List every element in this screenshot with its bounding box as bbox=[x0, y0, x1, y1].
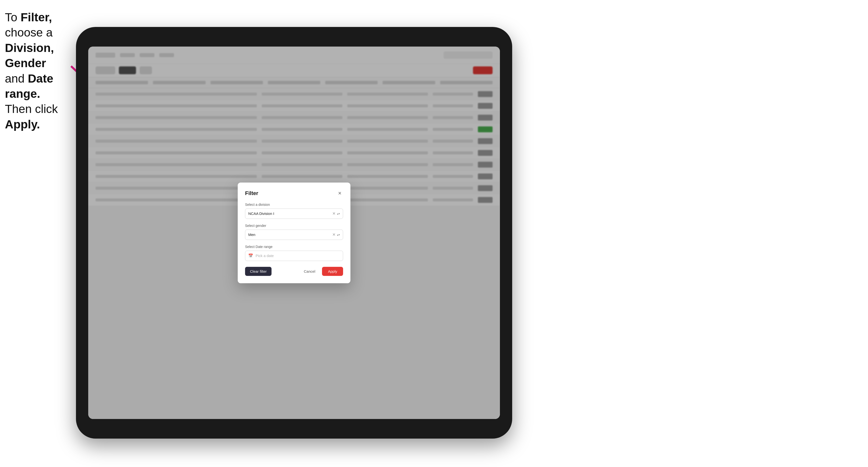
date-placeholder: Pick a date bbox=[256, 254, 274, 258]
cancel-button[interactable]: Cancel bbox=[300, 267, 319, 276]
gender-clear-icon[interactable]: ✕ bbox=[332, 232, 336, 237]
gender-arrow-icon: ▴▾ bbox=[337, 233, 340, 237]
date-range-input[interactable]: 📅 Pick a date bbox=[245, 251, 343, 261]
tablet-screen: Filter ✕ Select a division NCAA Division… bbox=[88, 46, 500, 419]
filter-modal: Filter ✕ Select a division NCAA Division… bbox=[238, 183, 350, 283]
apply-button[interactable]: Apply bbox=[322, 267, 343, 276]
instruction-text: To Filter, choose aDivision, Genderand D… bbox=[5, 10, 73, 132]
modal-title: Filter bbox=[245, 190, 258, 196]
calendar-icon: 📅 bbox=[248, 253, 253, 258]
clear-filter-button[interactable]: Clear filter bbox=[245, 267, 272, 276]
division-select-value: NCAA Division I bbox=[248, 212, 332, 216]
gender-form-group: Select gender Men ✕ ▴▾ bbox=[245, 224, 343, 240]
division-select[interactable]: NCAA Division I ✕ ▴▾ bbox=[245, 209, 343, 219]
division-arrow-icon: ▴▾ bbox=[337, 212, 340, 215]
modal-overlay: Filter ✕ Select a division NCAA Division… bbox=[88, 46, 500, 419]
modal-header: Filter ✕ bbox=[245, 190, 343, 197]
modal-footer: Clear filter Cancel Apply bbox=[245, 267, 343, 276]
division-label: Select a division bbox=[245, 203, 343, 207]
division-clear-icon[interactable]: ✕ bbox=[332, 211, 336, 216]
gender-label: Select gender bbox=[245, 224, 343, 228]
division-form-group: Select a division NCAA Division I ✕ ▴▾ bbox=[245, 203, 343, 219]
modal-close-button[interactable]: ✕ bbox=[336, 190, 343, 197]
tablet-frame: Filter ✕ Select a division NCAA Division… bbox=[76, 27, 512, 439]
date-range-label: Select Date range bbox=[245, 245, 343, 249]
date-range-form-group: Select Date range 📅 Pick a date bbox=[245, 245, 343, 261]
gender-select-value: Men bbox=[248, 232, 332, 237]
gender-select[interactable]: Men ✕ ▴▾ bbox=[245, 229, 343, 240]
